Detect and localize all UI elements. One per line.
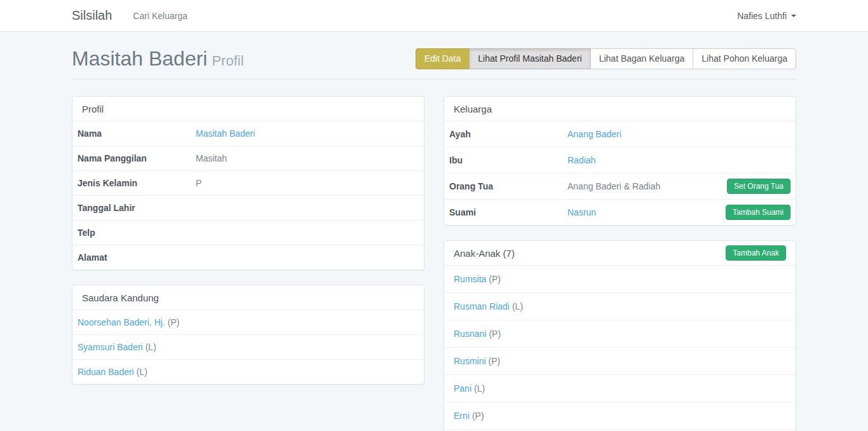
family-row-ibu: Ibu Radiah xyxy=(444,147,796,173)
sibling-row: Riduan Baderi (L) xyxy=(72,359,424,384)
profile-row-telp: Telp xyxy=(72,220,424,245)
child-link[interactable]: Rumsita xyxy=(454,274,486,284)
sibling-link[interactable]: Riduan Baderi xyxy=(78,367,134,377)
saudara-panel-title: Saudara Kandung xyxy=(82,292,159,303)
row-label: Telp xyxy=(78,228,196,238)
anak-panel-heading: Anak-Anak (7) Tambah Anak xyxy=(444,241,796,265)
gender-label: (P) xyxy=(489,274,501,284)
child-row: Rusmini (P) xyxy=(444,347,796,374)
row-label: Suami xyxy=(449,207,567,217)
sibling-row: Noorsehan Baderi, Hj. (P) xyxy=(72,310,424,334)
nav-item-cari-keluarga[interactable]: Cari Keluarga xyxy=(133,11,187,21)
left-column: Profil Nama Masitah Baderi Nama Panggila… xyxy=(72,96,424,399)
view-pohon-button[interactable]: Lihat Pohon Keluarga xyxy=(693,48,796,70)
father-link[interactable]: Anang Baderi xyxy=(567,129,621,139)
title-block: Masitah BaderiProfil xyxy=(72,47,244,71)
keluarga-panel-heading: Keluarga xyxy=(444,97,796,121)
child-link[interactable]: Pani xyxy=(454,383,471,393)
page-title: Masitah Baderi xyxy=(72,47,207,70)
profil-panel: Profil Nama Masitah Baderi Nama Panggila… xyxy=(72,96,424,270)
gender-label: (L) xyxy=(474,383,485,393)
gender-label: (L) xyxy=(137,367,147,377)
family-row-suami: Suami Nasrun Tambah Suami xyxy=(444,199,796,225)
row-label: Jenis Kelamin xyxy=(78,178,196,188)
gender-label: (P) xyxy=(168,317,180,327)
top-navbar: Silsilah Cari Keluarga Nafies Luthfi xyxy=(0,0,868,32)
child-row: Erni (P) xyxy=(444,402,796,429)
row-label: Orang Tua xyxy=(449,181,567,191)
profile-row-nama-panggilan: Nama Panggilan Masitah xyxy=(72,146,424,170)
profile-row-jenis-kelamin: Jenis Kelamin P xyxy=(72,170,424,195)
page-subtitle: Profil xyxy=(212,53,243,69)
child-link[interactable]: Rusmini xyxy=(454,356,486,366)
husband-link[interactable]: Nasrun xyxy=(567,207,596,217)
set-orang-tua-button[interactable]: Set Orang Tua xyxy=(727,179,790,194)
row-label: Nama Panggilan xyxy=(78,153,196,163)
row-label: Alamat xyxy=(78,252,196,263)
keluarga-panel: Keluarga Ayah Anang Baderi Ibu Radiah Or… xyxy=(444,96,796,226)
gender-label: (L) xyxy=(146,342,156,352)
saudara-panel-heading: Saudara Kandung xyxy=(72,285,424,310)
edit-data-button[interactable]: Edit Data xyxy=(416,48,470,70)
sibling-link[interactable]: Syamsuri Baderi xyxy=(78,342,143,352)
gender-label: (L) xyxy=(512,301,523,311)
row-label: Ayah xyxy=(449,129,567,139)
view-bagan-button[interactable]: Lihat Bagan Keluarga xyxy=(590,48,694,70)
row-value: Anang Baderi & Radiah xyxy=(567,181,727,191)
child-link[interactable]: Rusman Riadi xyxy=(454,301,510,311)
profile-row-tanggal-lahir: Tanggal Lahir xyxy=(72,195,424,220)
row-value: P xyxy=(196,178,419,188)
anak-panel-title: Anak-Anak (7) xyxy=(454,248,515,259)
profil-panel-heading: Profil xyxy=(72,97,424,121)
sibling-link[interactable]: Noorsehan Baderi, Hj. xyxy=(78,317,165,327)
tambah-suami-button[interactable]: Tambah Suami xyxy=(726,205,790,220)
gender-label: (P) xyxy=(489,356,501,366)
profile-actions-group: Edit Data Lihat Profil Masitah Baderi Li… xyxy=(416,48,796,70)
sibling-row: Syamsuri Baderi (L) xyxy=(72,334,424,359)
child-link[interactable]: Erni xyxy=(454,411,470,421)
profile-row-alamat: Alamat xyxy=(72,245,424,270)
row-label: Nama xyxy=(78,128,196,139)
child-row: Rusnani (P) xyxy=(444,320,796,347)
anak-anak-panel: Anak-Anak (7) Tambah Anak Rumsita (P) Ru… xyxy=(444,240,796,431)
family-row-orang-tua: Orang Tua Anang Baderi & Radiah Set Oran… xyxy=(444,173,796,199)
tambah-anak-button[interactable]: Tambah Anak xyxy=(726,245,786,261)
keluarga-panel-title: Keluarga xyxy=(454,104,492,114)
row-label: Ibu xyxy=(449,155,567,165)
family-row-ayah: Ayah Anang Baderi xyxy=(444,121,796,147)
header-divider xyxy=(72,79,796,79)
profile-row-nama: Nama Masitah Baderi xyxy=(72,121,424,146)
row-label: Tanggal Lahir xyxy=(78,203,196,213)
child-row: Rumsita (P) xyxy=(444,265,796,292)
profil-panel-title: Profil xyxy=(82,104,104,114)
name-link[interactable]: Masitah Baderi xyxy=(196,128,255,139)
child-row: Rusman Riadi (L) xyxy=(444,292,796,320)
child-link[interactable]: Rusnani xyxy=(454,329,486,339)
brand-link[interactable]: Silsilah xyxy=(72,8,112,23)
gender-label: (P) xyxy=(472,411,484,421)
row-value: Masitah xyxy=(196,153,419,163)
caret-down-icon xyxy=(791,15,796,17)
user-menu[interactable]: Nafies Luthfi xyxy=(737,11,796,21)
right-column: Keluarga Ayah Anang Baderi Ibu Radiah Or… xyxy=(444,96,796,431)
gender-label: (P) xyxy=(489,329,501,339)
mother-link[interactable]: Radiah xyxy=(567,155,595,165)
view-profile-button[interactable]: Lihat Profil Masitah Baderi xyxy=(469,48,590,70)
child-row: Pani (L) xyxy=(444,374,796,402)
saudara-kandung-panel: Saudara Kandung Noorsehan Baderi, Hj. (P… xyxy=(72,285,424,385)
page-header: Masitah BaderiProfil Edit Data Lihat Pro… xyxy=(72,32,796,71)
user-menu-label: Nafies Luthfi xyxy=(737,11,787,21)
